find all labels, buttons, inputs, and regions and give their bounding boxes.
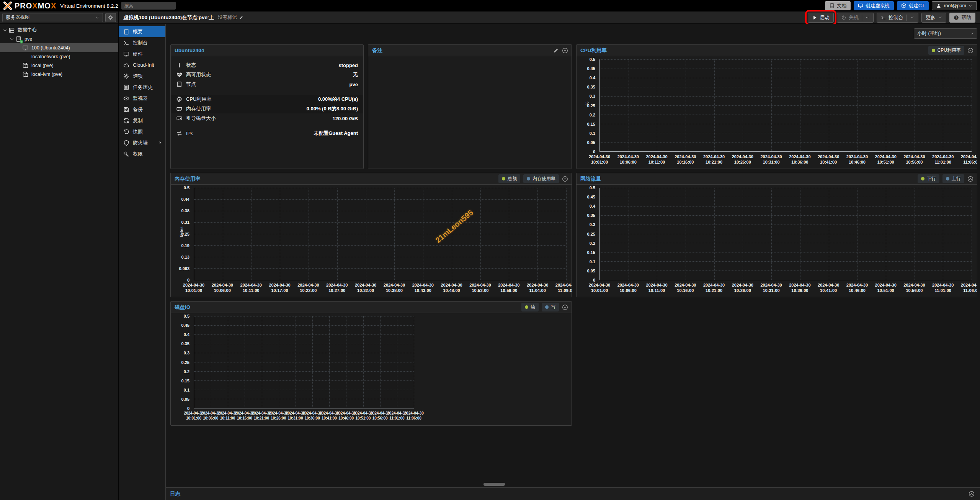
disk-plot-area <box>194 316 414 408</box>
documentation-button[interactable]: 文档 <box>825 1 851 10</box>
notes-panel-body[interactable] <box>368 56 572 169</box>
legend-dot <box>932 49 935 52</box>
menu-item-book[interactable]: 概要 <box>119 26 165 37</box>
collapse-panel-icon[interactable] <box>562 304 568 310</box>
disk-x-axis-ticks: 2024-04-3010:01:002024-04-3010:06:002024… <box>194 410 414 425</box>
search-input[interactable] <box>121 2 176 10</box>
chevron-down-icon[interactable] <box>865 15 869 20</box>
edit-tags-pencil-icon[interactable] <box>239 15 243 20</box>
legend-toggle-disk[interactable]: 写 <box>542 303 559 311</box>
tree-expander-spacer <box>16 63 21 68</box>
tree-expander-icon[interactable] <box>9 37 15 41</box>
legend-toggle-network[interactable]: 下行 <box>918 174 939 183</box>
gridline-v <box>245 316 245 408</box>
y-tick-label: 0 <box>187 406 189 411</box>
tree-item[interactable]: local-lvm (pve) <box>0 70 118 79</box>
menu-item-snapshot[interactable]: 快照 <box>119 126 165 137</box>
legend-label: 读 <box>531 304 535 310</box>
x-tick-label: 2024-04-3011:04:00 <box>527 282 548 293</box>
gridline-h <box>600 59 972 60</box>
menu-item-key[interactable]: 权限 <box>119 148 165 159</box>
menu-item-shield[interactable]: 防火墙 <box>119 137 165 148</box>
vm-status-rows: 状态stopped高可用状态无节点pveCPU利用率0.00%的4 CPU(s)… <box>171 56 363 169</box>
tree-item[interactable]: 100 (Ubuntu2404) <box>0 43 118 52</box>
legend-toggle-disk[interactable]: 读 <box>521 303 539 311</box>
collapse-panel-icon[interactable] <box>562 48 568 54</box>
create-ct-button[interactable]: 创建CT <box>897 1 929 10</box>
y-tick-label: 0.4 <box>590 204 595 208</box>
y-tick-label: 0.35 <box>181 341 189 346</box>
x-tick-label: 2024-04-3010:43:00 <box>412 282 434 293</box>
horizontal-scrollbar-thumb[interactable] <box>483 483 505 486</box>
gridline-h <box>194 222 566 223</box>
x-tick-date: 2024-04-30 <box>355 282 376 288</box>
legend-toggle-cpu[interactable]: CPU利用率 <box>928 46 964 55</box>
x-tick-date: 2024-04-30 <box>961 282 977 288</box>
tree-item[interactable]: pve <box>0 34 118 43</box>
proxmox-logo: PROXMOX Virtual Environment 8.2.2 <box>3 2 118 10</box>
x-tick-time: 11:01:00 <box>932 288 954 293</box>
tree-item[interactable]: local (pve) <box>0 61 118 70</box>
tree-item[interactable]: 数据中心 <box>0 26 118 34</box>
arrows-icon <box>176 130 183 136</box>
tree-item-label: 100 (Ubuntu2404) <box>31 45 70 51</box>
tree-expander-icon[interactable] <box>2 28 8 33</box>
x-tick-label: 2024-04-3010:21:00 <box>703 154 725 165</box>
help-button[interactable]: ? 帮助 <box>949 13 975 23</box>
x-tick-date: 2024-04-30 <box>527 282 548 288</box>
expand-log-panel-icon[interactable] <box>969 491 975 497</box>
gridline-v <box>771 59 772 151</box>
menu-item-eye[interactable]: 监视器 <box>119 93 165 104</box>
view-mode-select[interactable]: 服务器视图 <box>2 13 103 22</box>
collapse-panel-icon[interactable] <box>562 176 568 182</box>
menu-item-terminal[interactable]: 控制台 <box>119 37 165 48</box>
edit-notes-pencil-icon[interactable] <box>553 48 559 54</box>
x-tick-date: 2024-04-30 <box>703 154 725 159</box>
legend-toggle-memory[interactable]: 总额 <box>498 174 520 183</box>
legend-toggle-network[interactable]: 上行 <box>942 174 964 183</box>
menu-item-sync[interactable]: 复制 <box>119 115 165 126</box>
menu-item-cloud[interactable]: Cloud-Init <box>119 59 165 70</box>
logo-letter: MO <box>38 2 51 10</box>
status-row-label: 节点 <box>186 81 196 88</box>
memory-chart-header: 内存使用率总额内存使用率 <box>171 173 572 185</box>
start-button[interactable]: 启动 <box>808 13 834 23</box>
collapse-panel-icon[interactable] <box>967 48 973 54</box>
x-tick-date: 2024-04-30 <box>875 154 897 159</box>
gridline-v <box>366 188 366 280</box>
more-button[interactable]: 更多 <box>921 13 946 23</box>
menu-item-floppy[interactable]: 备份 <box>119 104 165 115</box>
collapse-panel-icon[interactable] <box>967 176 973 182</box>
console-button[interactable]: 控制台 <box>877 13 918 23</box>
x-tick-label: 2024-04-3010:56:00 <box>903 154 925 165</box>
legend-toggle-memory[interactable]: 内存使用率 <box>523 174 559 183</box>
x-tick-time: 11:01:00 <box>932 159 954 165</box>
tree-settings-button[interactable] <box>105 13 116 22</box>
user-menu-button[interactable]: root@pam <box>932 1 977 10</box>
server-icon <box>8 27 15 33</box>
gridline-h <box>600 133 972 133</box>
memory-plot-area: 21mLeon595 <box>194 188 566 280</box>
notes-panel-tools <box>553 48 568 54</box>
timeframe-select[interactable]: 小时 (平均) <box>914 28 977 39</box>
gridline-v <box>312 316 313 408</box>
x-tick-date: 2024-04-30 <box>183 282 204 288</box>
shutdown-button[interactable]: 关机 <box>837 13 874 23</box>
log-footer: 日志 <box>166 487 980 500</box>
x-tick-date: 2024-04-30 <box>760 154 782 159</box>
x-tick-date: 2024-04-30 <box>441 282 462 288</box>
menu-item-monitor[interactable]: 硬件 <box>119 48 165 59</box>
menu-item-tasks[interactable]: 任务历史 <box>119 82 165 93</box>
x-tick-label: 2024-04-3010:01:00 <box>183 282 204 293</box>
x-tick-time: 11:04:00 <box>527 288 548 293</box>
menu-item-gear[interactable]: 选项 <box>119 70 165 82</box>
x-tick-label: 2024-04-3010:41:00 <box>818 282 839 293</box>
tree-item[interactable]: localnetwork (pve) <box>0 52 118 61</box>
chevron-down-icon[interactable] <box>910 15 914 20</box>
overview-content: 小时 (平均) Ubuntu2404 状态stopped高可用状态无节点pveC… <box>166 24 980 487</box>
create-vm-button[interactable]: 创建虚拟机 <box>854 1 894 10</box>
gridline-v <box>657 188 657 280</box>
memory-icon <box>176 106 183 112</box>
x-tick-date: 2024-04-30 <box>846 154 868 159</box>
x-tick-label: 2024-04-3010:16:00 <box>675 282 696 293</box>
